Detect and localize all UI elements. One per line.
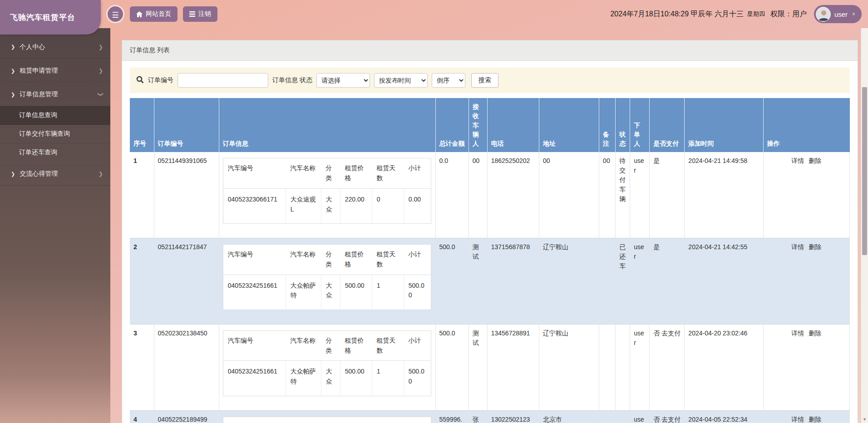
order-detail-table: 汽车编号 汽车名称 分类 租赁价格 租赁天数 小计 04052324251661 [223, 244, 431, 310]
cell-total: 500.0 [435, 238, 469, 325]
col-header-actions: 操作 [763, 98, 849, 152]
home-icon [136, 11, 143, 17]
cell-order-info: 汽车编号 汽车名称 分类 租赁价格 租赁天数 小计 04052323066171 [219, 152, 435, 238]
sidebar-subitem-order-delivery-query[interactable]: 订单交付车辆查询 [0, 125, 110, 143]
table-row: 3 05202302138450 汽车编号 汽车名称 分类 租赁价格 租 [130, 324, 850, 410]
cell-status: 待交付车辆 [616, 152, 630, 238]
detail-col-car-no: 二手车编号 [223, 417, 286, 423]
col-header-added: 添加时间 [685, 98, 763, 152]
table-header-row: 序号 订单编号 订单信息 总计金额 接收车辆人 电话 地址 备注 状态 下单人 … [130, 98, 850, 152]
order-list-panel: 订单信息 列表 订单编号 订单信息 状态 请选择 按发布时间 倒序 [122, 40, 858, 423]
cell-actions: 详情 删除 [763, 238, 849, 325]
sidebar-item-rental-application[interactable]: ❯ 租赁申请管理 ❯ [0, 59, 110, 83]
sidebar-item-communication[interactable]: ❯ 交流心得管理 ❯ [0, 162, 110, 186]
cell-remark: 00 [599, 152, 616, 238]
detail-cell: 大众帕萨特 [286, 361, 321, 396]
menu-toggle-button[interactable]: ☰ [106, 5, 124, 23]
delete-link[interactable]: 删除 [809, 157, 821, 164]
cell-added-time: 2024-04-21 14:42:55 [685, 238, 763, 325]
detail-col-price: 租赁价格 [340, 158, 372, 188]
user-menu[interactable]: user ▼ [814, 5, 862, 23]
cell-receiver: 张三 [469, 410, 487, 423]
cell-phone: 13456728891 [487, 324, 539, 410]
detail-col-days: 租赁天数 [372, 330, 404, 360]
sidebar-item-order-info[interactable]: ❯ 订单信息管理 ❯ [0, 83, 110, 106]
page-title: 订单信息 列表 [122, 40, 858, 61]
col-header-total: 总计金额 [435, 98, 469, 152]
detail-cell: 大众 [321, 275, 340, 310]
cell-order-info: 汽车编号 汽车名称 分类 租赁价格 租赁天数 小计 04052324251661 [219, 324, 435, 410]
cell-orderer: user [630, 238, 650, 325]
detail-cell: 大众途观L [286, 188, 321, 223]
sidebar-subitem-label: 订单交付车辆查询 [19, 130, 70, 138]
scrollbar-thumb[interactable] [862, 87, 867, 255]
sidebar-subitem-order-info-query[interactable]: 订单信息查询 [0, 106, 110, 125]
hamburger-icon: ☰ [112, 11, 118, 20]
chevron-right-icon: ❯ [11, 44, 15, 50]
detail-link[interactable]: 详情 [791, 330, 804, 337]
cell-orderer: user [630, 324, 650, 410]
app-title: 飞驰汽车租赁平台 [0, 0, 101, 34]
table-row: 2 05211442171847 汽车编号 汽车名称 分类 租赁价格 租 [130, 238, 850, 325]
detail-link[interactable]: 详情 [791, 416, 804, 423]
cell-remark [599, 324, 616, 410]
status-label: 订单信息 状态 [272, 76, 312, 84]
detail-col-car-name: 汽车名称 [286, 330, 321, 360]
cell-remark [599, 410, 616, 423]
sort-field-select[interactable]: 按发布时间 [374, 73, 428, 88]
detail-col-car-name: 汽车名称 [286, 245, 321, 275]
cell-order-no: 05202302138450 [154, 324, 219, 410]
status-select[interactable]: 请选择 [316, 73, 370, 88]
cell-address: 辽宁鞍山 [539, 324, 599, 410]
detail-col-category: 分类 [321, 158, 340, 188]
cell-order-no: 04052252189499 [154, 410, 219, 423]
search-bar: 订单编号 订单信息 状态 请选择 按发布时间 倒序 搜索 [130, 68, 850, 93]
cell-address: 00 [539, 152, 599, 238]
cell-remark [599, 238, 616, 325]
user-name-label: user [834, 10, 848, 18]
cell-total: 559996.0 [435, 410, 469, 423]
detail-col-car-no: 汽车编号 [223, 330, 286, 360]
chevron-right-icon: ❯ [99, 44, 103, 50]
detail-cell: 500.00 [404, 361, 431, 396]
home-button[interactable]: 网站首页 [130, 6, 178, 22]
detail-col-car-no: 汽车编号 [223, 245, 286, 275]
detail-link[interactable]: 详情 [791, 157, 804, 164]
col-header-status: 状态 [616, 98, 630, 152]
detail-col-category: 分类 [321, 417, 340, 423]
search-button[interactable]: 搜索 [471, 73, 498, 88]
logout-button[interactable]: 注销 [183, 6, 217, 22]
col-header-remark: 备注 [599, 98, 616, 152]
cell-order-info: 汽车编号 汽车名称 分类 租赁价格 租赁天数 小计 04052324251661 [219, 238, 435, 325]
order-table: 序号 订单编号 订单信息 总计金额 接收车辆人 电话 地址 备注 状态 下单人 … [130, 98, 850, 423]
logout-button-label: 注销 [198, 10, 211, 18]
cell-added-time: 2024-04-05 22:52:34 [685, 410, 763, 423]
cell-order-no: 05211442171847 [154, 238, 219, 325]
detail-cell: 500.00 [404, 275, 431, 310]
vertical-scrollbar[interactable]: ▼ [861, 28, 868, 423]
cell-paid: 是 [650, 238, 685, 325]
delete-link[interactable]: 删除 [809, 243, 821, 251]
pay-link[interactable]: 去支付 [661, 330, 681, 337]
detail-col-subtotal: 小计 [404, 417, 431, 423]
scroll-down-arrow-icon[interactable]: ▼ [861, 417, 868, 422]
role-text: 权限：用户 [770, 10, 807, 19]
detail-link[interactable]: 详情 [791, 243, 804, 251]
cell-order-no: 05211449391065 [154, 152, 219, 238]
detail-col-subtotal: 小计 [404, 330, 431, 360]
detail-col-category: 分类 [321, 330, 340, 360]
paid-value: 是 [653, 157, 660, 164]
chevron-right-icon: ❯ [11, 92, 15, 98]
order-no-input[interactable] [178, 73, 268, 88]
delete-link[interactable]: 删除 [809, 330, 821, 337]
sidebar-subitem-order-return-query[interactable]: 订单还车查询 [0, 143, 110, 162]
detail-cell: 大众 [321, 361, 340, 396]
paid-value: 否 [653, 330, 660, 337]
sidebar-subitem-label: 订单信息查询 [19, 111, 57, 119]
delete-link[interactable]: 删除 [809, 416, 821, 423]
sidebar-item-personal-center[interactable]: ❯ 个人中心 ❯ [0, 35, 110, 59]
sort-order-select[interactable]: 倒序 [432, 73, 465, 88]
col-header-phone: 电话 [487, 98, 539, 152]
detail-cell: 大众 [321, 188, 340, 223]
pay-link[interactable]: 去支付 [661, 416, 681, 423]
